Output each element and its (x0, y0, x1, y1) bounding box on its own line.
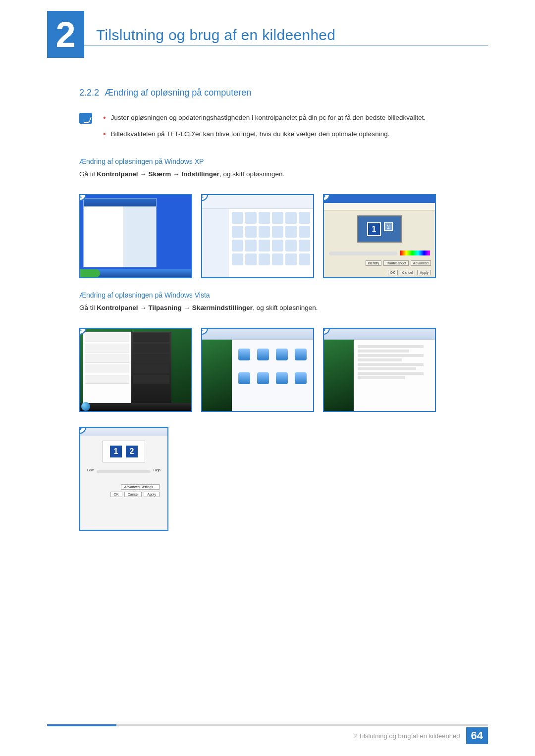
xp-control-panel-thumb (202, 195, 313, 277)
vista-screenshots-2: 4 1 2 LowHigh Advanced Settings... OK Ca… (79, 427, 488, 531)
note-block: • Juster opløsningen og opdateringshasti… (79, 113, 488, 146)
ok-button: OK (110, 492, 122, 497)
path-bold: Indstillinger (181, 170, 219, 178)
note-list: • Juster opløsningen og opdateringshasti… (103, 113, 426, 146)
xp-subhead: Ændring af opløsningen på Windows XP (79, 157, 488, 165)
xp-start-menu-thumb (80, 195, 191, 277)
text: , og skift opløsningen. (253, 304, 318, 311)
chapter-title: Tilslutning og brug af en kildeenhed (96, 27, 335, 44)
footer-text: 2 Tilslutning og brug af en kildeenhed (353, 732, 460, 740)
vista-screenshots: 1 2 3 (79, 328, 488, 412)
xp-shot-2: 2 (201, 194, 314, 278)
text: Gå til (79, 170, 97, 178)
troubleshoot-button: Troubleshoot (383, 260, 409, 266)
page-header: 2 Tilslutning og brug af en kildeenhed (0, 0, 535, 58)
vista-display-settings-thumb: 1 2 LowHigh Advanced Settings... OK Canc… (80, 428, 167, 530)
xp-shot-1: 1 (79, 194, 192, 278)
adv-settings-button: Advanced Settings... (121, 484, 160, 490)
footer-rule (47, 724, 488, 726)
section-heading: 2.2.2 Ændring af opløsning på computeren (79, 88, 488, 98)
cancel-button: Cancel (124, 492, 142, 497)
section-title: Ændring af opløsning på computeren (105, 88, 251, 98)
cancel-button: Cancel (400, 270, 416, 275)
bullet-icon: • (103, 113, 106, 123)
page-content: 2.2.2 Ændring af opløsning på computeren… (0, 58, 535, 531)
note-icon (79, 113, 92, 124)
identify-button: Identify (366, 260, 382, 266)
ok-button: OK (388, 270, 398, 275)
text: , og skift opløsningen. (219, 170, 284, 178)
arrow-icon: → (140, 170, 147, 178)
bullet-icon: • (103, 129, 106, 140)
xp-screenshots: 1 2 3 1 2 Identify (79, 194, 488, 278)
monitor-1-label: 1 (367, 222, 381, 236)
vista-shot-4: 4 1 2 LowHigh Advanced Settings... OK Ca… (79, 427, 168, 531)
arrow-icon: → (184, 304, 191, 311)
path-bold: Kontrolpanel (97, 170, 138, 178)
vista-shot-2: 2 (201, 328, 314, 412)
path-bold: Kontrolpanel (97, 304, 138, 311)
note-text: Juster opløsningen og opdateringshastigh… (111, 113, 426, 123)
advanced-button: Advanced (411, 260, 431, 266)
page-footer: 2 Tilslutning og brug af en kildeenhed 6… (353, 727, 488, 744)
arrow-icon: → (173, 170, 180, 178)
vista-subhead: Ændring af opløsningen på Windows Vista (79, 291, 488, 299)
path-bold: Skærm (149, 170, 171, 178)
section-number: 2.2.2 (79, 88, 99, 98)
monitor-2-label: 2 (384, 222, 393, 231)
header-underline (84, 46, 488, 46)
vista-shot-1: 1 (79, 328, 192, 412)
note-item: • Billedkvaliteten på TFT-LCD'er kan bli… (103, 129, 426, 140)
apply-button: Apply (417, 270, 431, 275)
path-bold: Skærmindstillinger (192, 304, 253, 311)
note-text: Billedkvaliteten på TFT-LCD'er kan blive… (111, 129, 390, 140)
path-bold: Tilpasning (149, 304, 182, 311)
xp-path: Gå til Kontrolpanel → Skærm → Indstillin… (79, 169, 488, 179)
vista-path: Gå til Kontrolpanel → Tilpasning → Skærm… (79, 303, 488, 313)
vista-start-menu-thumb (80, 329, 191, 411)
xp-shot-3: 3 1 2 Identify Troubleshoot Advanced OK … (323, 194, 436, 278)
text: Gå til (79, 304, 97, 311)
arrow-icon: → (140, 304, 147, 311)
vista-personalization-thumb (324, 329, 435, 411)
note-item: • Juster opløsningen og opdateringshasti… (103, 113, 426, 123)
vista-control-panel-thumb (202, 329, 313, 411)
monitor-1-label: 1 (109, 445, 123, 458)
page-number: 64 (466, 727, 488, 744)
chapter-number: 2 (47, 11, 84, 58)
vista-shot-3: 3 (323, 328, 436, 412)
apply-button: Apply (144, 492, 160, 497)
xp-display-props-thumb: 1 2 Identify Troubleshoot Advanced OK Ca… (324, 195, 435, 277)
monitor-2-label: 2 (125, 445, 139, 458)
